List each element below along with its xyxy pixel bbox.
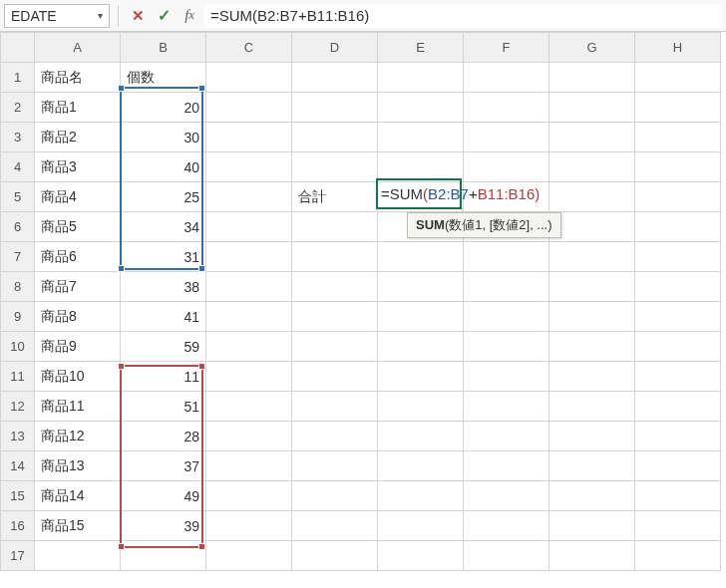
cell-D1[interactable]: [292, 63, 378, 93]
cell-G10[interactable]: [549, 332, 635, 362]
fx-icon[interactable]: fx: [179, 4, 200, 28]
cell-F7[interactable]: [464, 242, 549, 272]
cell-F8[interactable]: [464, 272, 549, 302]
cell-D11[interactable]: [292, 362, 378, 392]
cell-E9[interactable]: [378, 302, 464, 332]
cell-D7[interactable]: [292, 242, 378, 272]
cell-D10[interactable]: [292, 332, 378, 362]
cell-H6[interactable]: [635, 212, 721, 242]
cell-B12[interactable]: 51: [121, 392, 206, 422]
row-header-17[interactable]: 17: [1, 541, 35, 571]
cell-F16[interactable]: [464, 511, 549, 541]
col-header-C[interactable]: C: [206, 33, 292, 63]
select-all-corner[interactable]: [1, 33, 35, 63]
cell-G12[interactable]: [549, 392, 635, 422]
cell-A2[interactable]: 商品1: [35, 93, 121, 123]
chevron-down-icon[interactable]: ▾: [98, 10, 103, 21]
row-header-6[interactable]: 6: [1, 212, 35, 242]
cell-E10[interactable]: [378, 332, 464, 362]
cell-E1[interactable]: [378, 63, 464, 93]
cell-H11[interactable]: [635, 362, 721, 392]
spreadsheet-grid[interactable]: ABCDEFGH1商品名個数2商品1203商品2304商品3405商品425合計…: [0, 32, 726, 588]
col-header-G[interactable]: G: [549, 33, 635, 63]
cell-C16[interactable]: [206, 511, 292, 541]
cell-C7[interactable]: [206, 242, 292, 272]
row-header-13[interactable]: 13: [1, 422, 35, 451]
cell-B3[interactable]: 30: [121, 123, 206, 152]
cell-C10[interactable]: [206, 332, 292, 362]
cell-G4[interactable]: [549, 152, 635, 182]
cell-H15[interactable]: [635, 481, 721, 511]
cell-C14[interactable]: [206, 451, 292, 481]
cell-B2[interactable]: 20: [121, 93, 206, 123]
cell-E7[interactable]: [378, 242, 464, 272]
cell-B6[interactable]: 34: [121, 212, 206, 242]
cell-F10[interactable]: [464, 332, 549, 362]
cell-B10[interactable]: 59: [121, 332, 206, 362]
cell-H7[interactable]: [635, 242, 721, 272]
cell-A13[interactable]: 商品12: [35, 422, 121, 451]
cell-D17[interactable]: [292, 541, 378, 571]
col-header-B[interactable]: B: [121, 33, 206, 63]
cell-E15[interactable]: [378, 481, 464, 511]
cell-B1[interactable]: 個数: [121, 63, 206, 93]
cell-A7[interactable]: 商品6: [35, 242, 121, 272]
name-box[interactable]: EDATE ▾: [4, 4, 110, 28]
cell-A10[interactable]: 商品9: [35, 332, 121, 362]
row-header-8[interactable]: 8: [1, 272, 35, 302]
cell-D12[interactable]: [292, 392, 378, 422]
cell-G14[interactable]: [549, 451, 635, 481]
cell-C5[interactable]: [206, 182, 292, 212]
formula-input[interactable]: =SUM(B2:B7+B11:B16): [204, 4, 722, 28]
cell-D5[interactable]: 合計: [292, 182, 378, 212]
accept-icon[interactable]: ✓: [153, 4, 175, 28]
row-header-7[interactable]: 7: [1, 242, 35, 272]
cell-C3[interactable]: [206, 123, 292, 152]
cell-C1[interactable]: [206, 63, 292, 93]
cell-A8[interactable]: 商品7: [35, 272, 121, 302]
cell-A11[interactable]: 商品10: [35, 362, 121, 392]
cell-D13[interactable]: [292, 422, 378, 451]
cell-C15[interactable]: [206, 481, 292, 511]
cell-H16[interactable]: [635, 511, 721, 541]
cell-H9[interactable]: [635, 302, 721, 332]
cell-G6[interactable]: [549, 212, 635, 242]
col-header-E[interactable]: E: [378, 33, 464, 63]
cell-C4[interactable]: [206, 152, 292, 182]
cell-B5[interactable]: 25: [121, 182, 206, 212]
row-header-5[interactable]: 5: [1, 182, 35, 212]
cell-F9[interactable]: [464, 302, 549, 332]
row-header-3[interactable]: 3: [1, 123, 35, 152]
cell-C12[interactable]: [206, 392, 292, 422]
cell-G5[interactable]: [549, 182, 635, 212]
cell-E2[interactable]: [378, 93, 464, 123]
cell-A15[interactable]: 商品14: [35, 481, 121, 511]
cell-G16[interactable]: [549, 511, 635, 541]
cell-E3[interactable]: [378, 123, 464, 152]
cell-A1[interactable]: 商品名: [35, 63, 121, 93]
cell-D15[interactable]: [292, 481, 378, 511]
cell-A5[interactable]: 商品4: [35, 182, 121, 212]
cell-F14[interactable]: [464, 451, 549, 481]
cell-H17[interactable]: [635, 541, 721, 571]
cell-E12[interactable]: [378, 392, 464, 422]
cell-G8[interactable]: [549, 272, 635, 302]
cell-G17[interactable]: [549, 541, 635, 571]
cell-E4[interactable]: [378, 152, 464, 182]
cell-A14[interactable]: 商品13: [35, 451, 121, 481]
cell-B11[interactable]: 11: [121, 362, 206, 392]
cell-B4[interactable]: 40: [121, 152, 206, 182]
cell-B9[interactable]: 41: [121, 302, 206, 332]
cell-H14[interactable]: [635, 451, 721, 481]
cell-H5[interactable]: [635, 182, 721, 212]
cell-G2[interactable]: [549, 93, 635, 123]
cell-B15[interactable]: 49: [121, 481, 206, 511]
cell-E14[interactable]: [378, 451, 464, 481]
cell-A6[interactable]: 商品5: [35, 212, 121, 242]
cell-H12[interactable]: [635, 392, 721, 422]
cell-H10[interactable]: [635, 332, 721, 362]
cell-E17[interactable]: [378, 541, 464, 571]
cell-D4[interactable]: [292, 152, 378, 182]
cell-D6[interactable]: [292, 212, 378, 242]
cell-A9[interactable]: 商品8: [35, 302, 121, 332]
